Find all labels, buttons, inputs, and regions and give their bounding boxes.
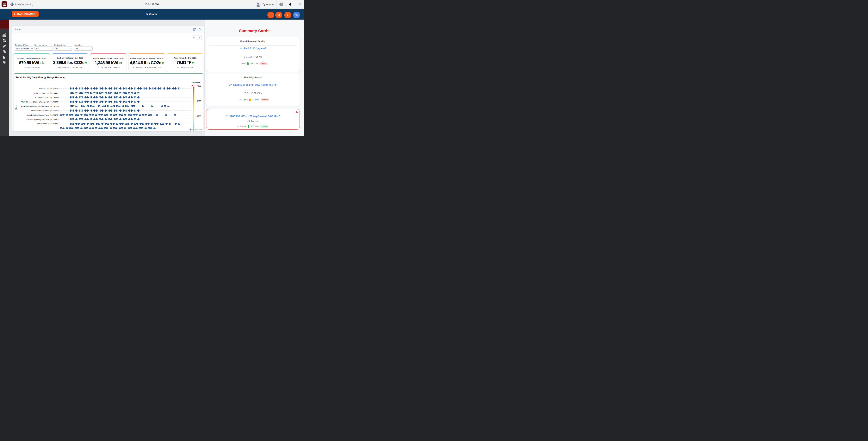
heatmap-marker-icon [156,114,158,116]
refresh-icon[interactable]: ↻ [197,27,202,31]
heatmap-marker-icon [114,100,116,103]
heatmap-marker-icon [96,100,98,103]
clock-icon [244,56,247,58]
heatmap-marker-icon [110,109,113,112]
heatmap-marker-icon [130,127,132,129]
stat-card-title: Carbon Footprint: 28 Sep - 04 Oct 2025 [130,57,163,59]
filter-button[interactable] [267,12,274,19]
heatmap-marker-icon [69,127,71,129]
gear-tasks-icon[interactable] [2,50,7,54]
share-export-icon [198,36,200,39]
heatmap-row-label: Outparcel House Panel {0177699} [16,109,59,112]
widget-refresh-button[interactable]: ↻ [192,35,196,40]
heatmap-marker-icon [87,92,89,94]
heatmap-marker-icon [81,114,83,116]
analytics-icon[interactable] [2,33,7,37]
heatmap-marker-icon [66,114,68,116]
chevron-down-icon[interactable] [272,2,274,6]
heatmap-marker-icon [131,96,133,98]
filter-select[interactable]: All [74,46,93,51]
stat-card-value-row: 3,396.6 lbs CO2e [53,60,87,65]
heatmap-marker-icon [134,118,136,120]
heatmap-marker-icon [75,92,78,94]
heatmap-marker-icon [123,92,125,94]
settings-gear-icon[interactable] [2,60,7,64]
heatmap-marker-icon [133,114,135,116]
heatmap-marker-icon [141,127,143,129]
heatmap-marker-icon [151,123,153,125]
heatmap-marker-icon [93,87,95,90]
heatmap-row-track [59,123,191,125]
heatmap-row: Publix Liquors - 2 {0176441} [16,95,204,100]
heatmap-marker-icon [79,100,81,103]
heatmap-marker-icon [101,96,103,98]
heatmap-marker-icon [137,109,140,112]
user-menu-label[interactable]: System [262,3,271,6]
trend-line-icon [229,84,232,86]
settings-button[interactable]: ⚙ [275,12,282,19]
filter-select-value: All [56,48,58,50]
heatmap-marker-icon [110,114,112,116]
heatmap-marker-icon [79,92,81,94]
help-icon[interactable]: ? [277,0,286,8]
heatmap-marker-icon [113,105,115,107]
announcements-speaker-icon[interactable] [286,0,295,8]
heatmap-marker-icon [149,87,151,90]
heatmap-marker-icon [123,118,125,120]
heatmap-row-track [59,87,191,90]
heatmap-marker-icon [114,87,116,90]
widget-export-button[interactable] [197,35,202,40]
filter-select-value: All [75,48,78,50]
heatmap-marker-icon [121,114,123,116]
heatmap-marker-icon [85,87,87,90]
automation-gears-icon[interactable] [2,44,7,48]
filter-select-value: All [36,48,38,50]
heatmap-marker-icon [160,87,162,90]
heatmap-marker-icon [166,87,169,90]
add-button[interactable]: + [284,12,291,19]
heatmap-marker-icon [77,127,79,129]
heatmap-row: Main Building House Panel {0176373} [16,113,204,117]
chevron-down-icon [31,48,33,50]
heatmap-marker-icon [122,105,124,107]
filter-select[interactable]: Last 6 Months [15,46,34,51]
sensor-reading-link[interactable]: PM2.5: 102 µg/m^3 [206,47,300,50]
heatmap-marker-icon [139,127,141,129]
devices-icon[interactable] [2,38,7,43]
heatmap-marker-icon [96,118,98,120]
edit-button[interactable]: ✎ [293,12,300,19]
filter-select[interactable]: All [34,46,55,51]
stat-card-subtitle: Sep 2025: 13,327.1 lbs CO2e [58,66,82,68]
sensor-reading-link[interactable]: 61.95% @ 90.6 °F, Dew Point: 75.7° F [206,84,300,87]
heatmap-marker-icon [128,87,130,90]
heatmap-marker-icon [142,105,144,107]
heatmap-marker-icon [81,123,83,125]
heatmap-marker-icon [92,123,94,125]
heatmap-marker-icon [123,96,125,98]
heatmap-marker-icon [92,105,95,107]
heatmap-marker-icon [104,109,107,112]
status-word: Decent [240,125,246,127]
heatmap-marker-icon [104,92,107,94]
last-reading-time: Jun 12, 07:32 PM [206,92,300,94]
heatmap-marker-icon [110,127,112,129]
list-icon[interactable] [295,0,304,8]
heatmap-marker-icon [108,87,110,90]
open-external-icon[interactable] [193,27,196,31]
heatmap-marker-icon [172,87,175,90]
forklift-assets-icon[interactable] [2,55,7,59]
heatmap-marker-icon [110,123,113,125]
heatmap-marker-icon [90,92,92,94]
heatmap-marker-icon [123,109,125,112]
heatmap-marker-icon [81,87,83,90]
heatmap-marker-icon [134,92,136,94]
filter-select[interactable]: All [54,46,73,51]
heatmap-marker-icon [113,127,115,129]
heatmap-marker-icon [96,96,98,98]
sensor-reading-link[interactable]: 5786.238 kWh, 1.79 AvgCurrent, 9.87 MaxC [206,115,300,118]
heatmap-marker-icon [114,109,116,112]
colorbar-max-marker [191,84,194,87]
heatmap-marker-icon [119,92,122,94]
heatmap-marker-icon [161,105,163,107]
user-avatar[interactable] [255,2,261,7]
